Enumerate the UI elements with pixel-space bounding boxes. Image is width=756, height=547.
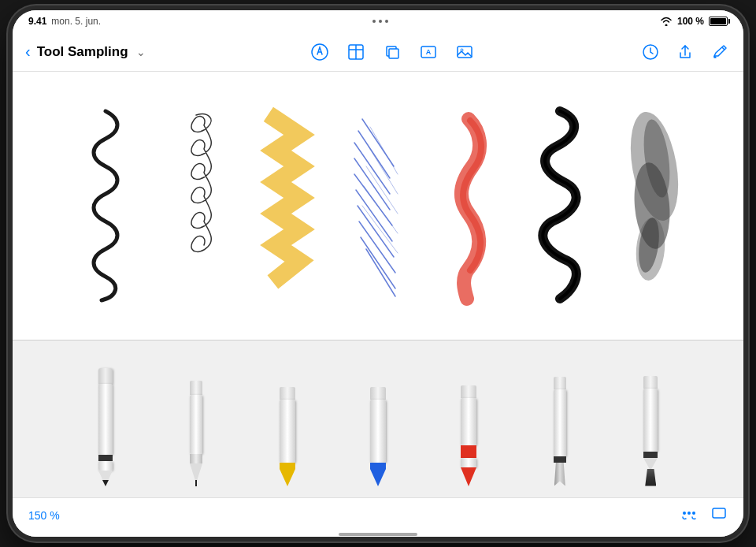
- fountain-pen-body: [554, 377, 566, 486]
- edit-icon: [711, 43, 728, 61]
- toolbar-left: ‹ Tool Sampling ⌄: [25, 44, 146, 60]
- dot-3: [385, 20, 388, 23]
- svg-point-16: [683, 512, 686, 515]
- canvas-area[interactable]: [13, 72, 743, 340]
- tool-tray: [13, 340, 743, 497]
- ipad-screen: 9.41 mon. 5. jun. 100 %: [13, 10, 743, 537]
- yellow-marker-tip: [280, 469, 295, 486]
- edit-button[interactable]: [709, 41, 731, 63]
- stroke-charcoal: [611, 95, 690, 316]
- layers-button[interactable]: [381, 41, 403, 63]
- home-indicator: [13, 532, 743, 537]
- fine-pen-body: [190, 381, 202, 486]
- pencil-circle-icon: [310, 43, 329, 61]
- battery-fill: [710, 18, 726, 24]
- fountain-pen-barrel: [554, 389, 566, 456]
- red-marker-tip: [461, 467, 476, 486]
- back-button[interactable]: ‹: [25, 44, 31, 59]
- yellow-marker-body: [280, 387, 295, 486]
- tool-pencil[interactable]: [70, 352, 141, 486]
- brush-ferrule: [643, 458, 658, 471]
- stroke-thick-squiggle: [521, 95, 599, 316]
- view-button[interactable]: [710, 504, 728, 526]
- yellow-marker-barrel: [280, 400, 295, 463]
- wifi-icon: [660, 17, 673, 26]
- document-title: Tool Sampling: [37, 44, 128, 60]
- fountain-pen-band: [554, 456, 566, 463]
- title-chevron-icon: ⌄: [136, 46, 146, 58]
- fountain-pen-cap: [554, 377, 566, 389]
- red-marker-body: [461, 385, 476, 486]
- brush-cap: [643, 376, 658, 389]
- battery-percent: 100 %: [677, 16, 704, 27]
- yellow-marker-cap: [280, 387, 295, 400]
- tool-brush[interactable]: [615, 352, 686, 486]
- pencil-body: [98, 368, 113, 486]
- status-bar: 9.41 mon. 5. jun. 100 %: [13, 10, 743, 32]
- tool-red-marker[interactable]: [433, 352, 504, 486]
- stroke-black-pen: [66, 95, 145, 316]
- svg-rect-5: [389, 49, 398, 58]
- stroke-blue-pencil: [339, 95, 417, 316]
- red-marker-cap: [461, 385, 476, 398]
- brush-body: [643, 376, 658, 486]
- layout-icon: [680, 504, 698, 522]
- home-bar: [339, 533, 417, 536]
- svg-text:A: A: [426, 48, 432, 56]
- history-button[interactable]: [639, 41, 662, 63]
- share-button[interactable]: [674, 41, 696, 63]
- fine-pen-wrapper: [190, 360, 202, 486]
- layout-button[interactable]: [680, 504, 698, 526]
- fountain-pen-wrapper: [554, 360, 566, 486]
- battery-icon: [709, 17, 728, 26]
- brush-bristles: [645, 469, 656, 486]
- text-box-icon: A: [419, 43, 438, 61]
- stroke-thin-loops: [157, 95, 235, 316]
- red-marker-section: [461, 458, 476, 467]
- toolbar: ‹ Tool Sampling ⌄: [13, 32, 743, 72]
- blue-marker-barrel: [370, 400, 386, 463]
- toolbar-center: A: [309, 41, 476, 63]
- main-content: [13, 72, 743, 497]
- blue-marker-wrapper: [370, 360, 386, 486]
- red-marker-wrapper: [461, 360, 476, 486]
- blue-marker-band: [370, 463, 386, 469]
- status-right: 100 %: [660, 16, 728, 27]
- pencil-cap: [98, 368, 113, 384]
- status-left: 9.41 mon. 5. jun.: [28, 16, 101, 27]
- svg-point-18: [692, 512, 695, 515]
- image-button[interactable]: [454, 41, 476, 63]
- zoom-label[interactable]: 150 %: [28, 509, 60, 522]
- share-icon: [676, 43, 694, 61]
- pencil-barrel: [98, 384, 113, 455]
- history-icon: [642, 43, 659, 61]
- tool-blue-marker[interactable]: [343, 352, 413, 486]
- tool-fine-pen[interactable]: [161, 352, 232, 486]
- back-chevron-icon: ‹: [25, 43, 31, 59]
- pencil-ferrule: [98, 461, 113, 471]
- brush-band: [643, 452, 658, 458]
- bottom-right-icons: [680, 504, 728, 526]
- svg-rect-8: [458, 47, 472, 58]
- table-button[interactable]: [345, 41, 367, 63]
- blue-marker-body: [370, 387, 386, 486]
- layers-icon: [383, 43, 402, 61]
- table-icon: [346, 43, 365, 61]
- tool-fountain-pen[interactable]: [524, 352, 595, 486]
- pencil-mode-button[interactable]: [309, 41, 331, 63]
- pencil-tip-point: [102, 480, 109, 486]
- fine-pen-barrel: [190, 395, 202, 454]
- date: mon. 5. jun.: [51, 16, 101, 27]
- pencil-wrapper: [98, 360, 113, 486]
- bottom-bar: 150 %: [13, 497, 743, 532]
- svg-point-17: [687, 512, 691, 515]
- status-center: [372, 20, 388, 23]
- stroke-yellow-marker: [248, 95, 327, 316]
- blue-marker-cap: [370, 387, 386, 400]
- tool-yellow-marker[interactable]: [252, 352, 323, 486]
- text-button[interactable]: A: [417, 41, 439, 63]
- blue-marker-tip: [370, 469, 386, 486]
- brush-barrel: [643, 389, 658, 452]
- fine-pen-nib: [195, 480, 197, 486]
- time: 9.41: [28, 16, 46, 27]
